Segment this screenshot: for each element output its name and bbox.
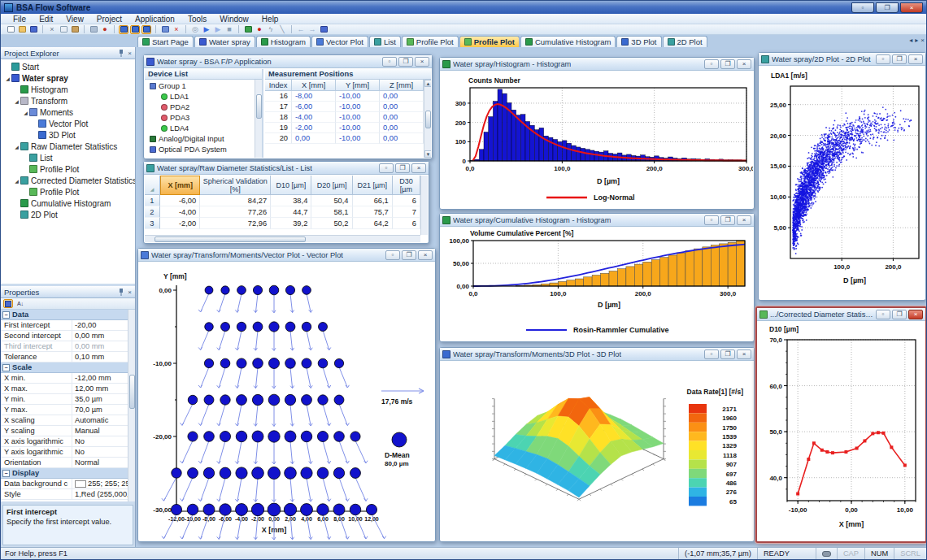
property-value[interactable]: 35,0 µm	[72, 395, 135, 403]
maximize-button[interactable]: ❐	[720, 59, 735, 69]
property-value[interactable]: 1,Red (255,000,000;▾	[72, 490, 135, 498]
property-category-data[interactable]: −Data	[1, 310, 135, 320]
menu-project[interactable]: Project	[91, 15, 128, 24]
column-header[interactable]: D30 [µm	[393, 176, 420, 195]
window-titlebar[interactable]: Water spray/Cumulative Histogram - Histo…	[440, 214, 754, 227]
window-titlebar[interactable]: Water spray/Histogram - Histogram ▫ ❐ ×	[440, 58, 754, 71]
maximize-button[interactable]: ❐	[398, 57, 413, 67]
minimize-button[interactable]: ▫	[876, 310, 890, 319]
column-header[interactable]: Y [mm]	[336, 80, 380, 91]
maximize-button[interactable]: ❐	[395, 163, 410, 173]
title-bar[interactable]: BSA Flow Software ▫ ❐ ×	[1, 1, 926, 14]
table-row[interactable]: 17-6,00-10,000,00	[265, 102, 424, 112]
back-icon[interactable]: ←	[296, 25, 306, 34]
property-value[interactable]: Automatic	[72, 416, 135, 424]
menu-edit[interactable]: Edit	[33, 15, 59, 24]
list-hscrollbar[interactable]	[145, 235, 420, 242]
property-value[interactable]: -20,00	[72, 321, 135, 329]
minimize-button[interactable]: ▫	[704, 349, 719, 359]
window-titlebar[interactable]: Water spray - BSA F/P Application ▫ ❐ ×	[144, 55, 432, 68]
close-button[interactable]: ×	[411, 163, 426, 173]
minimize-button[interactable]: ▫	[851, 2, 874, 13]
table-row[interactable]: 19-2,00-10,000,00	[265, 123, 424, 133]
menu-application[interactable]: Application	[129, 15, 181, 24]
tab-scroll-left-icon[interactable]: ◂	[909, 37, 912, 44]
close-button[interactable]: ×	[900, 2, 923, 13]
property-value[interactable]: -12,00 mm	[72, 374, 135, 382]
tree-expander-icon[interactable]: ◢	[13, 178, 20, 184]
property-category-scale[interactable]: −Scale	[1, 362, 135, 373]
menu-window[interactable]: Window	[214, 15, 255, 24]
device-item-pda2[interactable]: PDA2	[145, 102, 255, 112]
column-header[interactable]: X [mm]	[160, 176, 200, 195]
menu-tools[interactable]: Tools	[182, 15, 212, 24]
stop-icon[interactable]: ■	[224, 25, 234, 34]
tree-expander-icon[interactable]: ◢	[22, 110, 29, 115]
minimize-button[interactable]: ▫	[704, 59, 719, 69]
tree-item-list[interactable]: List	[1, 152, 135, 163]
tab-profile-plot[interactable]: Profile Plot	[402, 36, 459, 47]
restore-button[interactable]: ❐	[876, 2, 899, 13]
tree-item-profile-plot[interactable]: Profile Plot	[1, 163, 135, 175]
tree-item-water-spray[interactable]: ◢Water spray	[1, 72, 135, 84]
tab-3d-plot[interactable]: 3D Plot	[616, 36, 661, 47]
column-header[interactable]: Spherical Validation [%]	[200, 176, 271, 195]
measurement-scrollbar[interactable]: ▲ ▼	[424, 80, 431, 158]
print-icon[interactable]	[89, 25, 98, 34]
tree-item-histogram[interactable]: Histogram	[1, 84, 135, 95]
tab-water-spray[interactable]: Water spray	[194, 36, 255, 47]
property-value[interactable]: 12,00 mm	[72, 384, 135, 393]
record-icon[interactable]: ●	[255, 25, 264, 34]
categorized-view-icon[interactable]	[3, 299, 13, 308]
maximize-button[interactable]: ❐	[892, 310, 907, 319]
scroll-down-icon[interactable]: ▼	[424, 150, 431, 158]
run-icon[interactable]: ▶	[202, 25, 211, 34]
tree-item-3d-plot[interactable]: 3D Plot	[1, 129, 135, 141]
column-header[interactable]: Z [mm]	[380, 80, 424, 91]
maximize-button[interactable]: ❐	[720, 215, 735, 225]
tab-list[interactable]: List	[369, 36, 401, 47]
properties-scrollbar[interactable]	[128, 310, 135, 501]
print-preview-icon[interactable]: ●	[100, 25, 110, 34]
tab-scroll-right-icon[interactable]: ▸	[915, 37, 918, 44]
tab-cumulative-histogram[interactable]: Cumulative Histogram	[520, 36, 616, 47]
device-item-analog-digital-input[interactable]: Analog/Digital Input	[145, 133, 255, 144]
column-header[interactable]: D21 [µm]	[353, 176, 393, 195]
device-item-lda4[interactable]: LDA4	[145, 123, 255, 133]
table-row[interactable]: 18-4,00-10,000,00	[265, 112, 424, 123]
close-button[interactable]: ×	[418, 250, 433, 260]
tab-start-page[interactable]: Start Page	[137, 36, 194, 47]
minimize-button[interactable]: ▫	[704, 215, 719, 225]
column-header[interactable]: D10 [µm]	[271, 176, 311, 195]
maximize-button[interactable]: ❐	[892, 54, 907, 64]
tree-item-start[interactable]: Start	[1, 61, 135, 72]
new-icon[interactable]	[6, 25, 15, 34]
forward-icon[interactable]: →	[307, 25, 317, 34]
help-icon[interactable]	[319, 25, 329, 34]
tab-2d-plot[interactable]: 2D Plot	[663, 36, 707, 47]
minimize-button[interactable]: ▫	[382, 57, 397, 67]
project-explorer-header[interactable]: Project Explorer ×	[1, 47, 135, 59]
tree-expander-icon[interactable]: ◢	[13, 144, 20, 150]
table-row[interactable]: 1-6,0084,2738,450,466,16	[145, 195, 420, 206]
tab-histogram[interactable]: Histogram	[256, 36, 311, 47]
column-header[interactable]: X [mm]	[292, 80, 336, 91]
tree-item-vector-plot[interactable]: Vector Plot	[1, 118, 135, 129]
tree-expander-icon[interactable]: ◢	[4, 76, 11, 81]
column-header[interactable]: Index	[265, 80, 292, 91]
tree-item-cumulative-histogram[interactable]: Cumulative Histogram	[1, 198, 135, 209]
device-item-lda1[interactable]: LDA1	[145, 91, 255, 102]
tab-close-icon[interactable]: ×	[920, 37, 925, 44]
close-button[interactable]: ×	[737, 59, 751, 69]
panel-close-icon[interactable]: ×	[128, 289, 132, 296]
property-category-display[interactable]: −Display	[1, 468, 135, 479]
minimize-button[interactable]: ▫	[385, 250, 400, 260]
scrollbar-thumb[interactable]	[425, 111, 431, 128]
close-button[interactable]: ×	[415, 57, 429, 67]
panel-close-icon[interactable]: ×	[128, 50, 132, 57]
property-value[interactable]: 0,10 mm	[72, 353, 135, 361]
scrollbar-thumb[interactable]	[154, 237, 306, 242]
collapse-icon[interactable]: −	[2, 311, 10, 319]
pin-icon[interactable]	[118, 50, 124, 57]
sort-alphabetical-icon[interactable]: A↓	[15, 299, 25, 308]
